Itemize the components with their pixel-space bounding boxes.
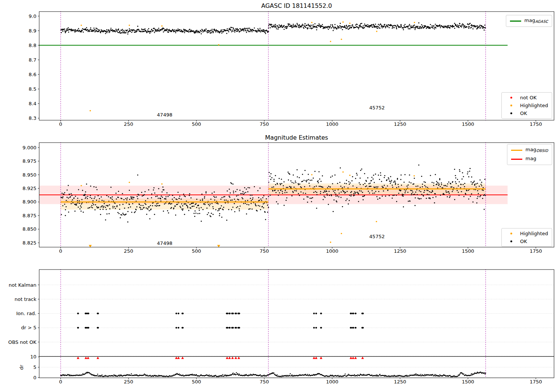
ok-point	[476, 26, 477, 27]
ok-point	[227, 30, 228, 31]
ok-point	[342, 206, 343, 207]
ok-point	[432, 190, 433, 191]
ok-point	[250, 198, 251, 199]
highlighted-point	[129, 182, 130, 183]
ok-point	[236, 31, 237, 32]
dr-point	[354, 374, 355, 375]
ok-point	[66, 190, 68, 191]
highlighted-point	[161, 25, 163, 27]
ok-point	[454, 199, 455, 200]
ok-point	[432, 182, 433, 183]
highlighted-point	[218, 44, 220, 46]
ok-point	[119, 31, 120, 32]
ok-point	[150, 31, 152, 32]
ok-point	[314, 23, 315, 24]
ok-point	[383, 27, 384, 28]
ok-point	[316, 186, 317, 187]
ok-point	[430, 198, 431, 199]
dr-point	[236, 372, 237, 373]
dr-point	[406, 375, 407, 376]
ok-point	[99, 29, 100, 31]
ok-point	[300, 186, 301, 187]
ok-point	[289, 174, 290, 175]
ok-point	[305, 193, 306, 194]
ok-point	[375, 174, 376, 175]
ok-point	[74, 29, 75, 31]
ok-point	[378, 175, 379, 176]
ok-point	[452, 191, 453, 192]
ok-point	[202, 209, 203, 210]
ok-point	[137, 196, 138, 197]
ok-point	[316, 29, 317, 30]
ok-point	[146, 214, 147, 215]
highlighted-point	[81, 185, 82, 186]
ok-point	[396, 27, 397, 28]
ok-point	[246, 32, 247, 33]
ok-point	[395, 184, 396, 185]
ok-point	[183, 31, 184, 32]
flag-event-mark	[226, 327, 228, 329]
ok-point	[184, 203, 186, 204]
ok-point	[90, 186, 91, 187]
ok-point	[149, 31, 150, 32]
dr-point	[435, 376, 436, 377]
ok-point	[350, 183, 351, 184]
dr-point	[97, 374, 98, 375]
ok-point	[270, 173, 271, 174]
dr-point	[375, 375, 376, 376]
ok-point	[402, 196, 404, 197]
ok-point	[106, 32, 108, 33]
ok-point	[93, 186, 94, 187]
ok-point	[326, 193, 327, 195]
ok-point	[386, 179, 388, 180]
ok-point	[476, 183, 477, 184]
ok-point	[292, 25, 293, 26]
ok-point	[277, 203, 279, 205]
ok-point	[301, 26, 302, 27]
ok-point	[259, 206, 260, 207]
ok-point	[329, 191, 330, 192]
ok-point	[153, 189, 154, 190]
ok-point	[78, 206, 79, 208]
ok-point	[415, 28, 416, 29]
dr-point	[233, 373, 234, 374]
x-tick-label: 1000	[326, 121, 338, 127]
ok-point	[458, 25, 459, 27]
ok-point	[318, 180, 319, 181]
ok-point	[168, 212, 169, 214]
ok-point	[252, 31, 253, 32]
ok-point	[197, 213, 199, 214]
ok-point	[328, 186, 329, 187]
dr-point	[379, 375, 380, 376]
ok-point	[188, 210, 189, 211]
ok-point	[196, 31, 197, 32]
dr-point	[234, 373, 235, 374]
ok-point	[329, 195, 330, 196]
dr-point	[360, 374, 361, 376]
ok-point	[463, 27, 464, 28]
ok-point	[459, 171, 460, 172]
ok-point	[286, 197, 287, 199]
ok-point	[283, 185, 284, 186]
ok-point	[354, 192, 355, 193]
ok-point	[403, 194, 404, 195]
ok-point	[214, 197, 215, 198]
dr-point	[209, 374, 210, 376]
ok-point	[220, 208, 221, 209]
ok-point	[212, 32, 214, 33]
dr-point	[417, 375, 418, 376]
ok-point	[240, 31, 241, 32]
flag-event-mark	[237, 312, 240, 314]
ok-point	[105, 219, 106, 220]
dr-point	[292, 374, 293, 376]
ok-point	[466, 27, 467, 28]
ok-point	[179, 196, 180, 197]
ok-point	[323, 199, 324, 200]
ok-point	[145, 200, 146, 201]
ok-point	[214, 192, 215, 193]
ok-point	[309, 198, 311, 199]
highlighted-point	[129, 25, 130, 26]
ok-point	[364, 27, 365, 28]
ok-point	[454, 26, 455, 27]
ok-point	[321, 186, 323, 187]
